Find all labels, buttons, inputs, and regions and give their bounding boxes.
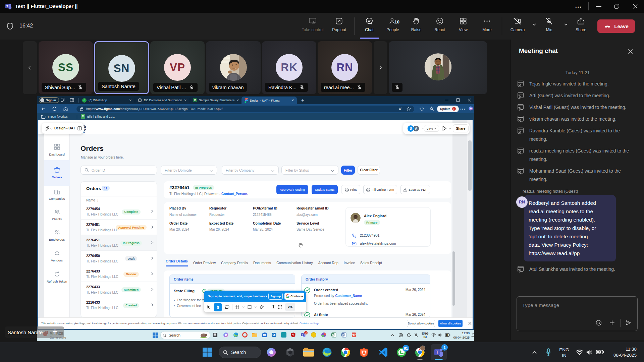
svg-text:T: T xyxy=(6,5,8,8)
svg-text:PDF: PDF xyxy=(352,334,356,336)
svg-text:T: T xyxy=(302,334,303,336)
svg-text:T: T xyxy=(436,350,438,355)
